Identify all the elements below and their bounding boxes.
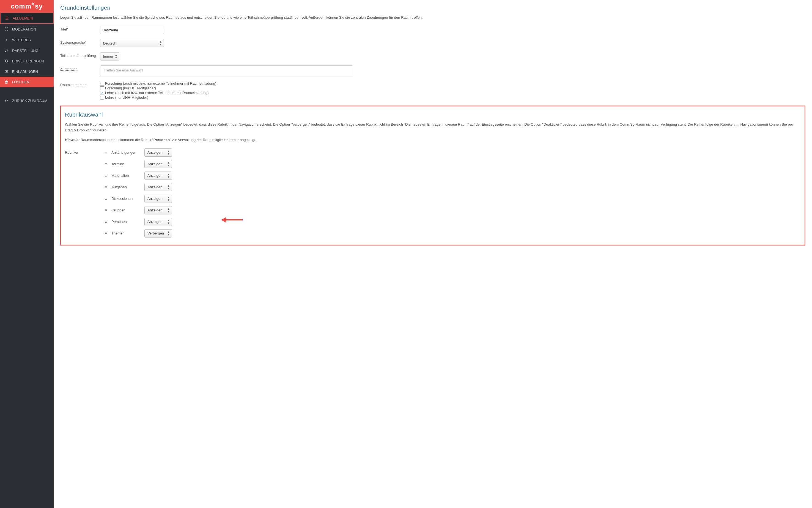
chevron-updown-icon: ▲▼ bbox=[167, 161, 170, 167]
chevron-updown-icon: ▲▼ bbox=[167, 219, 170, 224]
category-row: Lehre (nur UHH-Mitglieder) bbox=[100, 95, 216, 99]
checkbox-label: Lehre (nur UHH-Mitglieder) bbox=[105, 95, 148, 99]
rubrik-row: ≡PersonenAnzeigen▲▼ bbox=[65, 218, 801, 226]
category-row: Forschung (auch mit bzw. nur externe Tei… bbox=[100, 81, 216, 85]
rubrik-row: ≡DiskussionenAnzeigen▲▼ bbox=[65, 195, 801, 203]
rubrik-select[interactable]: Anzeigen▲▼ bbox=[145, 206, 172, 214]
section1-description: Legen Sie z.B. den Raumnamen fest, wähle… bbox=[60, 15, 805, 20]
sidebar-item-label: ERWEITERUNGEN bbox=[12, 59, 44, 63]
assignment-multiselect[interactable]: Treffen Sie eine Auswahl bbox=[100, 66, 353, 76]
rubrik-select[interactable]: Anzeigen▲▼ bbox=[145, 183, 172, 191]
sidebar-item-weiteres[interactable]: ＋WEITERES bbox=[0, 34, 54, 45]
participation-select[interactable]: Immer ▲▼ bbox=[100, 52, 119, 60]
chevron-updown-icon: ▲▼ bbox=[159, 40, 162, 46]
checkbox[interactable] bbox=[100, 86, 104, 90]
rubrik-select[interactable]: Anzeigen▲▼ bbox=[145, 218, 172, 226]
section2-hint: Hinweis: RaummoderatorInnen bekommen die… bbox=[65, 137, 801, 143]
sidebar-item-label: ALLGEMEIN bbox=[13, 16, 33, 20]
drag-handle-icon[interactable]: ≡ bbox=[105, 231, 110, 236]
label-assignment: Zuordnung bbox=[60, 66, 100, 71]
sidebar-item-back[interactable]: ↩ ZURÜCK ZUM RAUM bbox=[0, 95, 54, 106]
plus-icon: ＋ bbox=[4, 37, 9, 42]
brush-icon: 🖌 bbox=[4, 48, 9, 53]
rubrik-row: ≡TermineAnzeigen▲▼ bbox=[65, 160, 801, 168]
sidebar-item-label: LÖSCHEN bbox=[12, 80, 30, 84]
sidebar-item-moderation[interactable]: ⛶MODERATION bbox=[0, 24, 54, 34]
checkbox-label: Lehre (auch mit bzw. nur externe Teilneh… bbox=[105, 91, 208, 95]
section1-title: Grundeinstellungen bbox=[60, 4, 805, 11]
sidebar-item-allgemein[interactable]: ☰ALLGEMEIN bbox=[0, 12, 54, 24]
chevron-updown-icon: ▲▼ bbox=[167, 230, 170, 236]
rubrik-select[interactable]: Anzeigen▲▼ bbox=[145, 160, 172, 168]
language-select[interactable]: Deutsch ▲▼ bbox=[100, 39, 164, 47]
sidebar-item-label: WEITERES bbox=[12, 38, 31, 42]
checkbox-label: Forschung (nur UHH-Mitglieder) bbox=[105, 86, 156, 90]
envelope-icon: ✉ bbox=[4, 69, 9, 74]
main-content: Grundeinstellungen Legen Sie z.B. den Ra… bbox=[54, 0, 812, 508]
sidebar-item-löschen[interactable]: 🗑LÖSCHEN bbox=[0, 77, 54, 87]
label-title: Titel* bbox=[60, 26, 100, 31]
server-icon: ☰ bbox=[4, 16, 9, 20]
chevron-updown-icon: ▲▼ bbox=[115, 54, 117, 59]
gears-icon: ⚙ bbox=[4, 59, 9, 63]
chevron-updown-icon: ▲▼ bbox=[167, 196, 170, 202]
trash-icon: 🗑 bbox=[4, 80, 9, 84]
sidebar-item-erweiterungen[interactable]: ⚙ERWEITERUNGEN bbox=[0, 56, 54, 66]
rubrik-select[interactable]: Anzeigen▲▼ bbox=[145, 149, 172, 157]
sidebar-item-label: DARSTELLUNG bbox=[12, 49, 39, 53]
rubrik-name: Gruppen bbox=[111, 208, 145, 212]
annotation-arrow bbox=[226, 219, 243, 220]
label-language: Systemsprache* bbox=[60, 39, 100, 45]
label-categories: Raumkategorien bbox=[60, 81, 100, 87]
rubrik-select[interactable]: Verbergen▲▼ bbox=[145, 229, 172, 238]
drag-handle-icon[interactable]: ≡ bbox=[105, 162, 110, 166]
reply-icon: ↩ bbox=[4, 98, 9, 103]
rubrik-row: ≡GruppenAnzeigen▲▼ bbox=[65, 206, 801, 214]
sidebar-item-darstellung[interactable]: 🖌DARSTELLUNG bbox=[0, 45, 54, 56]
sidebar: comm↯sy ☰ALLGEMEIN⛶MODERATION＋WEITERES🖌D… bbox=[0, 0, 54, 508]
section2-description: Wählen Sie die Rubriken und ihre Reihenf… bbox=[65, 122, 801, 133]
category-row: ✓Lehre (auch mit bzw. nur externe Teilne… bbox=[100, 91, 216, 95]
drag-handle-icon[interactable]: ≡ bbox=[105, 197, 110, 201]
rubrik-row: Rubriken≡AnkündigungenAnzeigen▲▼ bbox=[65, 149, 801, 157]
title-input[interactable] bbox=[100, 26, 164, 34]
rubrik-row: ≡ThemenVerbergen▲▼ bbox=[65, 229, 801, 238]
chevron-updown-icon: ▲▼ bbox=[167, 208, 170, 213]
rubrik-select[interactable]: Anzeigen▲▼ bbox=[145, 172, 172, 180]
sidebar-item-label: EINLADUNGEN bbox=[12, 70, 38, 74]
checkbox[interactable]: ✓ bbox=[100, 91, 104, 95]
checkbox[interactable] bbox=[100, 82, 104, 85]
rubrik-name: Materialien bbox=[111, 173, 145, 178]
rubrik-name: Diskussionen bbox=[111, 197, 145, 201]
rubrik-name: Termine bbox=[111, 162, 145, 166]
drag-handle-icon[interactable]: ≡ bbox=[105, 185, 110, 189]
rubrik-name: Aufgaben bbox=[111, 185, 145, 189]
sidebar-item-label: ZURÜCK ZUM RAUM bbox=[12, 99, 47, 103]
drag-handle-icon[interactable]: ≡ bbox=[105, 173, 110, 178]
drag-handle-icon[interactable]: ≡ bbox=[105, 151, 110, 155]
checkbox-label: Forschung (auch mit bzw. nur externe Tei… bbox=[105, 81, 216, 85]
rubrik-select[interactable]: Anzeigen▲▼ bbox=[145, 195, 172, 203]
brand-logo: comm↯sy bbox=[0, 0, 54, 12]
rubrik-name: Themen bbox=[111, 231, 145, 235]
label-participation: Teilnahmeüberprüfung bbox=[60, 52, 100, 58]
category-row: Forschung (nur UHH-Mitglieder) bbox=[100, 86, 216, 90]
rubrik-name: Personen bbox=[111, 220, 145, 224]
rubrik-row: ≡AufgabenAnzeigen▲▼ bbox=[65, 183, 801, 191]
drag-handle-icon[interactable]: ≡ bbox=[105, 208, 110, 212]
rubrik-row: ≡MaterialienAnzeigen▲▼ bbox=[65, 172, 801, 180]
section2-title: Rubrikauswahl bbox=[65, 111, 801, 118]
sidebar-item-einladungen[interactable]: ✉EINLADUNGEN bbox=[0, 66, 54, 77]
chevron-updown-icon: ▲▼ bbox=[167, 173, 170, 178]
rubrik-name: Ankündigungen bbox=[111, 151, 145, 155]
drag-handle-icon[interactable]: ≡ bbox=[105, 220, 110, 224]
rubriken-label: Rubriken bbox=[65, 151, 105, 155]
chevron-updown-icon: ▲▼ bbox=[167, 150, 170, 155]
chevron-updown-icon: ▲▼ bbox=[167, 184, 170, 190]
sidebar-item-label: MODERATION bbox=[12, 27, 36, 31]
section2-highlight: Rubrikauswahl Wählen Sie die Rubriken un… bbox=[60, 105, 805, 245]
checkbox[interactable] bbox=[100, 96, 104, 99]
sitemap-icon: ⛶ bbox=[4, 27, 9, 31]
